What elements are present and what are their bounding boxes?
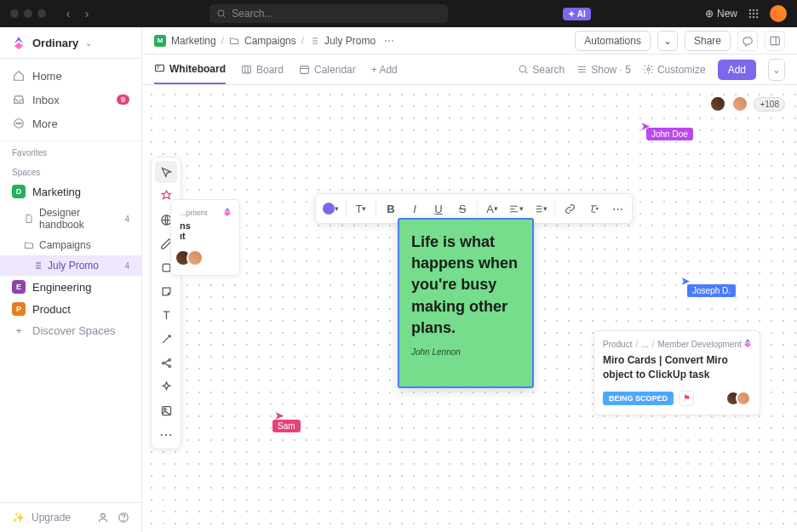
- italic-button[interactable]: I: [404, 197, 426, 220]
- svg-point-6: [756, 13, 758, 14]
- upgrade-link[interactable]: Upgrade: [32, 512, 71, 523]
- svg-point-11: [16, 123, 17, 123]
- color-picker[interactable]: ▾: [319, 197, 342, 220]
- space-product[interactable]: P Product: [0, 298, 141, 320]
- svg-point-14: [101, 513, 106, 518]
- sidebar: Ordinary ⌄ Home Inbox 9 More Favorites S…: [0, 27, 142, 532]
- tree-campaigns[interactable]: Campaigns: [0, 235, 141, 255]
- ai-tool[interactable]: [155, 375, 177, 398]
- sidebar-inbox[interactable]: Inbox 9: [0, 88, 141, 112]
- apps-grid-icon[interactable]: [748, 8, 760, 20]
- text-tool[interactable]: [155, 304, 177, 326]
- svg-point-2: [753, 9, 754, 11]
- workspace-logo-icon: [12, 36, 26, 49]
- search-views-button[interactable]: Search: [518, 64, 565, 76]
- breadcrumb-campaigns[interactable]: Campaigns: [244, 35, 296, 47]
- task-title: Miro Cards | Convert Miro object to Clic…: [603, 353, 751, 382]
- show-settings-button[interactable]: Show · 5: [576, 64, 631, 76]
- tree-designer-handbook[interactable]: Designer handbook 4: [0, 203, 141, 235]
- sidebar-home[interactable]: Home: [0, 64, 141, 88]
- ai-badge[interactable]: ✦ AI: [563, 8, 591, 20]
- person-icon[interactable]: [97, 512, 109, 523]
- titlebar: ‹ › Search... ✦ AI ⊕ New: [0, 0, 797, 27]
- clickup-icon: [222, 207, 232, 217]
- text-style-dropdown[interactable]: T ▾: [350, 197, 372, 220]
- new-button[interactable]: ⊕ New: [705, 8, 737, 20]
- add-view-button[interactable]: + Add: [371, 64, 398, 76]
- calendar-icon: [299, 64, 310, 75]
- strikethrough-button[interactable]: S: [451, 197, 473, 220]
- automations-button[interactable]: Automations: [575, 31, 651, 51]
- sticky-tool[interactable]: [155, 280, 177, 302]
- space-badge-icon: D: [12, 185, 26, 198]
- automations-dropdown[interactable]: ⌄: [657, 31, 678, 51]
- sidebar-more[interactable]: More: [0, 112, 141, 135]
- upgrade-icon: ✨: [12, 512, 25, 523]
- breadcrumb: M Marketing / Campaigns / July Promo ⋯: [154, 35, 394, 47]
- select-tool[interactable]: [155, 161, 177, 183]
- svg-point-22: [647, 68, 650, 71]
- presence-more[interactable]: +108: [754, 97, 785, 112]
- space-badge-icon: M: [154, 35, 166, 47]
- add-task-dropdown[interactable]: ⌄: [768, 59, 785, 81]
- view-tab-calendar[interactable]: Calendar: [299, 54, 356, 84]
- svg-point-12: [18, 123, 19, 123]
- task-card-right[interactable]: Product / ... / Member Development Miro …: [593, 330, 760, 415]
- more-dots-icon[interactable]: ⋯: [384, 35, 394, 47]
- svg-rect-18: [156, 65, 164, 72]
- priority-flag-icon[interactable]: ⚑: [679, 391, 694, 406]
- list-button[interactable]: ▾: [529, 197, 551, 220]
- global-search-input[interactable]: Search...: [209, 4, 448, 23]
- view-tab-whiteboard[interactable]: Whiteboard: [154, 54, 226, 84]
- sidebar-toggle-button[interactable]: [765, 31, 785, 51]
- nav-back-button[interactable]: ‹: [60, 5, 77, 22]
- comments-button[interactable]: [737, 31, 758, 51]
- share-button[interactable]: Share: [685, 31, 731, 51]
- customize-button[interactable]: Customize: [643, 64, 706, 76]
- nav-forward-button[interactable]: ›: [78, 5, 95, 22]
- svg-point-29: [163, 408, 166, 410]
- svg-point-4: [749, 13, 751, 14]
- home-icon: [12, 69, 26, 83]
- svg-rect-19: [243, 66, 251, 73]
- presence-avatar[interactable]: [709, 95, 726, 112]
- breadcrumb-marketing[interactable]: Marketing: [171, 35, 216, 47]
- underline-button[interactable]: U: [427, 197, 450, 220]
- help-icon[interactable]: [118, 512, 129, 523]
- sticky-note[interactable]: Life is what happens when you're busy ma…: [398, 218, 534, 388]
- assignee-avatar: [186, 249, 204, 266]
- breadcrumb-july-promo[interactable]: July Promo: [324, 35, 376, 47]
- align-button[interactable]: ▾: [505, 197, 527, 220]
- svg-rect-24: [163, 264, 170, 272]
- link-button[interactable]: [559, 197, 581, 220]
- tree-july-promo[interactable]: July Promo 4: [0, 255, 141, 276]
- list-icon: [309, 36, 319, 46]
- more-tools[interactable]: ⋯: [155, 423, 177, 445]
- space-engineering[interactable]: E Engineering: [0, 276, 141, 298]
- cursor-john-label: John Doe: [646, 128, 693, 140]
- svg-point-21: [519, 66, 526, 72]
- view-tab-board[interactable]: Board: [241, 54, 284, 84]
- mindmap-tool[interactable]: [155, 352, 177, 374]
- presence-avatar[interactable]: [731, 95, 748, 112]
- image-tool[interactable]: [155, 399, 177, 421]
- cursor-sam-label: Sam: [272, 420, 301, 432]
- discover-spaces[interactable]: + Discover Spaces: [0, 320, 141, 341]
- whiteboard-canvas[interactable]: +108 ⋯ ▾ T ▾: [142, 85, 797, 532]
- more-icon: [12, 117, 26, 130]
- clickup-icon: [743, 338, 753, 348]
- sticky-quote-text: Life is what happens when you're busy ma…: [411, 232, 520, 339]
- workspace-switcher[interactable]: Ordinary ⌄: [0, 27, 141, 59]
- window-controls[interactable]: [10, 9, 46, 18]
- bold-button[interactable]: B: [380, 197, 402, 220]
- connector-tool[interactable]: [155, 328, 177, 350]
- clear-format-button[interactable]: [582, 197, 605, 220]
- space-marketing[interactable]: D Marketing: [0, 180, 141, 203]
- text-color-button[interactable]: A ▾: [481, 197, 503, 220]
- page-header: M Marketing / Campaigns / July Promo ⋯ A…: [142, 27, 797, 54]
- task-card-left[interactable]: ...pment nsıt: [170, 199, 240, 276]
- views-bar: Whiteboard Board Calendar + Add Search S…: [142, 54, 797, 85]
- user-avatar[interactable]: [770, 5, 787, 22]
- more-format-button[interactable]: ⋯: [606, 197, 628, 220]
- add-task-button[interactable]: Add: [718, 60, 756, 80]
